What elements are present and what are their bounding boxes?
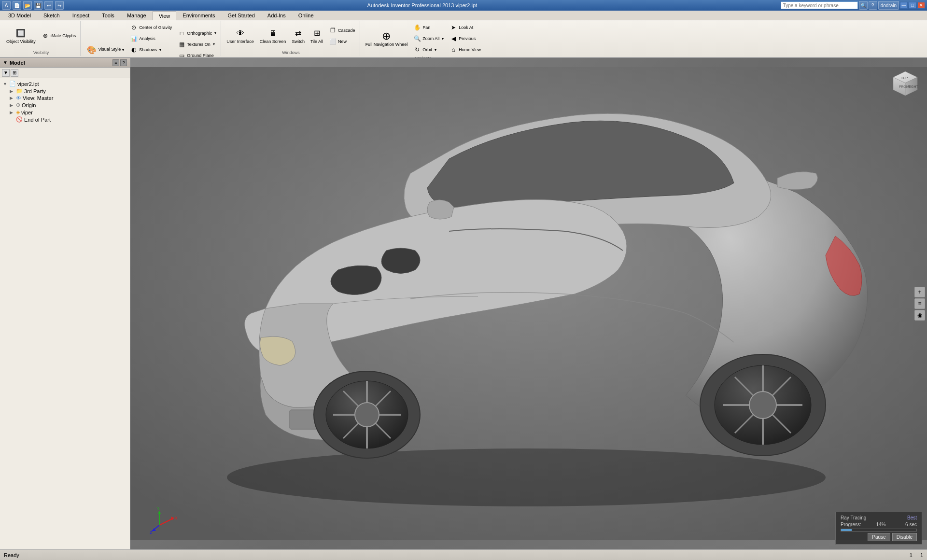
- tab-getstarted[interactable]: Get Started: [222, 11, 261, 20]
- textures-label: Textures On: [187, 42, 211, 47]
- save-btn[interactable]: 💾: [34, 1, 42, 10]
- rt-disable-btn[interactable]: Disable: [892, 533, 917, 541]
- object-visibility-btn[interactable]: 🔲 Object Visibility: [4, 23, 38, 48]
- textures-btn[interactable]: ▦ Textures On ▾: [175, 39, 219, 50]
- tile-all-btn[interactable]: ⊞ Tile All: [308, 23, 325, 48]
- object-visibility-label: Object Visibility: [6, 40, 36, 44]
- filter-btn[interactable]: ▼: [2, 69, 10, 77]
- nav-btn-2[interactable]: ≡: [914, 298, 925, 309]
- part-icon: ◈: [16, 109, 20, 115]
- folder-3rdparty-icon: 📁: [16, 88, 23, 94]
- expand-arrow-view: ▶: [10, 96, 14, 100]
- new-window-btn[interactable]: ⬜ New: [326, 36, 358, 47]
- page-info: 1: [910, 552, 913, 558]
- status-text: Ready: [4, 552, 19, 558]
- tab-environments[interactable]: Environments: [176, 11, 221, 20]
- redo-btn[interactable]: ↪: [55, 1, 64, 10]
- tab-addins[interactable]: Add-Ins: [261, 11, 292, 20]
- ribbon-group-visibility: 🔲 Object Visibility ⊛ iMate Glyphs Visib…: [2, 21, 81, 56]
- tree-label-3rdparty: 3rd Party: [24, 88, 46, 94]
- look-at-btn[interactable]: ➤ Look At: [447, 22, 483, 33]
- tree-item-origin[interactable]: ▶ ⊕ Origin: [2, 101, 128, 109]
- app-icon[interactable]: A: [2, 1, 11, 10]
- tab-manage[interactable]: Manage: [121, 11, 153, 20]
- tab-view[interactable]: View: [153, 11, 177, 20]
- tab-inspect[interactable]: Inspect: [66, 11, 96, 20]
- tab-3dmodel[interactable]: 3D Model: [2, 11, 37, 20]
- shadows-btn[interactable]: ◐ Shadows ▾: [127, 44, 174, 55]
- windows-content: 👁 User Interface 🖥 Clean Screen ⇄ Switch…: [224, 22, 357, 49]
- viewport[interactable]: FRONT RIGHT TOP + ≡ ◉ X Y: [130, 58, 927, 549]
- rt-progress-label: Progress:: [841, 522, 861, 527]
- ribbon-group-windows: 👁 User Interface 🖥 Clean Screen ⇄ Switch…: [222, 21, 360, 56]
- look-icon: ➤: [449, 24, 457, 31]
- look-label: Look At: [459, 25, 473, 30]
- tab-sketch[interactable]: Sketch: [37, 11, 66, 20]
- previous-btn[interactable]: ◀ Previous: [447, 33, 483, 44]
- home-view-btn[interactable]: ⌂ Home View: [447, 44, 483, 55]
- origin-icon: ⊕: [16, 102, 20, 108]
- panel-help-btn[interactable]: ?: [120, 59, 127, 66]
- windows-small-col: ❐ Cascade ⬜ New: [326, 25, 358, 47]
- rt-buttons: Pause Disable: [841, 533, 917, 541]
- pan-icon: ✋: [413, 24, 421, 31]
- rt-progress-row: Progress: 14% 6 sec: [841, 522, 917, 527]
- window-title: Autodesk Inventor Professional 2013 vipe…: [64, 2, 781, 8]
- nav-btn-1[interactable]: +: [914, 287, 925, 297]
- close-btn[interactable]: ✕: [917, 2, 925, 9]
- tree-item-3rdparty[interactable]: ▶ 📁 3rd Party: [2, 87, 128, 95]
- ribbon: 🔲 Object Visibility ⊛ iMate Glyphs Visib…: [0, 20, 927, 58]
- panel-title: Model: [10, 60, 25, 66]
- panel-header-right: ≡ ?: [112, 59, 127, 66]
- visual-style-btn[interactable]: 🎨 Visual Style ▾: [84, 42, 126, 57]
- shadows-dd: ▾: [159, 48, 161, 52]
- open-btn[interactable]: 📂: [23, 1, 32, 10]
- analysis-btn[interactable]: 📊 Analysis: [127, 33, 174, 44]
- tree-item-endofpart[interactable]: ▶ 🚫 End of Part: [2, 116, 128, 123]
- cascade-btn[interactable]: ❐ Cascade: [326, 25, 358, 36]
- nav-small-col-1: ✋ Pan 🔍 Zoom All ▾ ↻ Orbit ▾: [411, 22, 446, 55]
- vs-dd-icon: ▾: [122, 48, 124, 52]
- user-label: dodrain: [878, 1, 899, 10]
- panel-expand-arrow[interactable]: ▼: [3, 60, 8, 65]
- tile-icon: ⊞: [311, 28, 323, 39]
- tile-label: Tile All: [310, 40, 323, 44]
- center-of-gravity-btn[interactable]: ⊙ Center of Gravity: [127, 22, 174, 33]
- ribbon-group-navigate: ⊕ Full Navigation Wheel ✋ Pan 🔍 Zoom All…: [361, 21, 485, 56]
- maximize-btn[interactable]: □: [909, 2, 916, 9]
- orbit-btn[interactable]: ↻ Orbit ▾: [411, 44, 446, 55]
- rt-pause-btn[interactable]: Pause: [868, 533, 890, 541]
- search-input[interactable]: [781, 1, 858, 9]
- rt-quality: Best: [907, 515, 917, 520]
- expand-all-btn[interactable]: ⊞: [11, 69, 18, 77]
- pan-btn[interactable]: ✋ Pan: [411, 22, 446, 33]
- undo-btn[interactable]: ↩: [44, 1, 53, 10]
- rt-panel-label: Ray Tracing: [841, 515, 866, 520]
- help-btn[interactable]: ?: [869, 1, 877, 10]
- clean-screen-btn[interactable]: 🖥 Clean Screen: [257, 23, 289, 48]
- view-cube[interactable]: FRONT RIGHT TOP: [888, 68, 917, 97]
- end-icon: 🚫: [16, 116, 23, 123]
- tree-label-viper: viper: [21, 110, 33, 115]
- object-visibility-icon: 🔲: [15, 28, 27, 39]
- imate-glyphs-btn[interactable]: ⊛ iMate Glyphs: [39, 31, 79, 41]
- new-btn[interactable]: 📄: [13, 1, 21, 10]
- zoom-all-btn[interactable]: 🔍 Zoom All ▾: [411, 33, 446, 44]
- visibility-group-label: Visibility: [4, 50, 78, 55]
- zoom-label: Zoom All: [422, 36, 439, 41]
- tree-item-viper[interactable]: ▶ ◈ viper: [2, 109, 128, 116]
- switch-btn[interactable]: ⇄ Switch: [289, 23, 307, 48]
- visual-style-label: Visual Style: [98, 47, 121, 52]
- orthographic-btn[interactable]: □ Orthographic ▾: [175, 28, 219, 39]
- search-icon[interactable]: 🔍: [859, 1, 868, 10]
- pan-label: Pan: [422, 25, 430, 30]
- tree-item-viewmaster[interactable]: ▶ 👁 View: Master: [2, 95, 128, 101]
- tab-online[interactable]: Online: [292, 11, 320, 20]
- minimize-btn[interactable]: —: [900, 2, 908, 9]
- panel-filter-btn[interactable]: ≡: [112, 59, 119, 66]
- nav-btn-3[interactable]: ◉: [914, 310, 925, 321]
- full-nav-wheel-btn[interactable]: ⊕ Full Navigation Wheel: [363, 26, 410, 51]
- tab-tools[interactable]: Tools: [96, 11, 121, 20]
- tree-item-viper2[interactable]: ▼ 📄 viper2.ipt: [2, 80, 128, 87]
- user-interface-btn[interactable]: 👁 User Interface: [224, 23, 256, 48]
